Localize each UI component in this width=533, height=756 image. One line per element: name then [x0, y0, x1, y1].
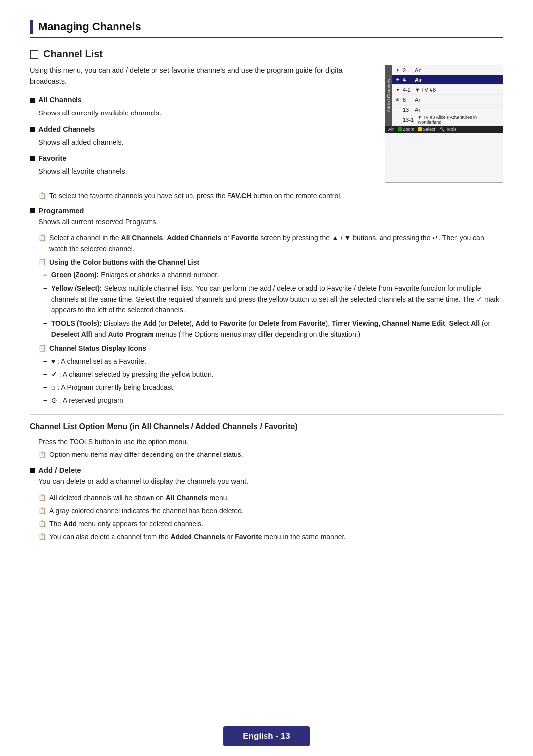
- bullet-square-programmed: [30, 208, 35, 213]
- add-delete-note-1: 📋 All deleted channels will be shown on …: [38, 492, 503, 503]
- bullet-square-add-delete: [30, 468, 35, 473]
- tv-sidebar-label: Added Channels: [385, 65, 392, 126]
- subsection-programmed-title: Programmed: [30, 206, 503, 215]
- note-select-channel: 📋 Select a channel in the All Channels, …: [38, 232, 503, 255]
- tv-screenshot: Added Channels ✦ 2 Air ✦ 4 Air ♥ 4-2: [385, 65, 503, 183]
- subsection-added-channels-title: Added Channels: [30, 124, 375, 135]
- note-status-icons: 📋 Channel Status Display Icons: [38, 343, 503, 354]
- add-delete-note-3-text: The Add menu only appears for deleted ch…: [49, 518, 503, 529]
- color-buttons-list: – Green (Zoom): Enlarges or shrinks a ch…: [43, 269, 503, 340]
- tv-row-4: 13 Air: [392, 105, 503, 114]
- add-delete-note-4-text: You can also delete a channel from the A…: [49, 531, 503, 542]
- subsection-add-delete: Add / Delete You can delete or add a cha…: [30, 466, 503, 487]
- status-icon-heart: – ♥ : A channel set as a Favorite.: [43, 356, 503, 367]
- page-footer: English - 13: [0, 726, 533, 746]
- status-icon-check: – ✓ : A channel selected by pressing the…: [43, 369, 503, 379]
- favorite-note: 📋 To select the favorite channels you ha…: [38, 190, 503, 201]
- intro-area: Using this menu, you can add / delete or…: [30, 65, 503, 183]
- tv-row-0: ✦ 2 Air: [392, 65, 503, 75]
- intro-paragraph: Using this menu, you can add / delete or…: [30, 65, 375, 87]
- tv-channel-list: ✦ 2 Air ✦ 4 Air ♥ 4-2 ▼ TV #8: [392, 65, 503, 126]
- status-icon-reserved: – ⊙ : A reserved program: [43, 395, 503, 406]
- footer-badge: English - 13: [223, 726, 309, 746]
- subsection-add-delete-title: Add / Delete: [30, 466, 503, 474]
- channel-list-heading: Channel List: [30, 48, 503, 60]
- subsection-programmed: Programmed Shows all current reserved Pr…: [30, 206, 503, 227]
- bullet-square-favorite: [30, 156, 35, 161]
- subsection-all-channels-body: Shows all currently available channels.: [38, 108, 375, 119]
- subsection-added-channels-body: Shows all added channels.: [38, 137, 375, 148]
- add-delete-note-4: 📋 You can also delete a channel from the…: [38, 531, 503, 542]
- note-icon-ad2: 📋: [38, 506, 46, 516]
- section-divider: [30, 414, 503, 415]
- bullet-square-added: [30, 127, 35, 132]
- bullet-tools: – TOOLS (Tools): Displays the Add (or De…: [43, 318, 503, 340]
- checkbox-icon: [30, 50, 38, 59]
- note-status-icons-text: Channel Status Display Icons: [49, 343, 503, 354]
- note-icon-ad3: 📋: [38, 519, 46, 529]
- add-delete-note-1-text: All deleted channels will be shown on Al…: [49, 492, 503, 503]
- bullet-yellow: – Yellow (Select): Selects multiple chan…: [43, 283, 503, 316]
- add-delete-note-2: 📋 A gray-colored channel indicates the c…: [38, 505, 503, 516]
- note-icon-option: 📋: [38, 450, 46, 460]
- note-icon-ad1: 📋: [38, 493, 46, 503]
- tv-row-2: ♥ 4-2 ▼ TV #8: [392, 85, 503, 95]
- note-color-buttons-text: Using the Color buttons with the Channel…: [49, 257, 503, 267]
- channel-list-title: Channel List: [43, 48, 103, 60]
- tv-row-3: ⊕ 8 Air: [392, 95, 503, 105]
- bullet-square-all-channels: [30, 98, 35, 103]
- note-icon-1: 📋: [38, 233, 46, 243]
- subsection-favorite-title: Favorite: [30, 153, 375, 164]
- note-icon-status: 📋: [38, 343, 46, 354]
- bullet-green: – Green (Zoom): Enlarges or shrinks a ch…: [43, 269, 503, 280]
- subsection-added-channels: Added Channels Shows all added channels.: [30, 124, 375, 148]
- status-icon-broadcast: – ⌂ : A Program currently being broadcas…: [43, 382, 503, 393]
- status-icons-list: – ♥ : A channel set as a Favorite. – ✓ :…: [43, 356, 503, 406]
- option-menu-heading: Channel List Option Menu (in All Channel…: [30, 422, 503, 431]
- option-note-1: Press the TOOLS button to use the option…: [38, 436, 503, 447]
- header-bar-decoration: [30, 20, 33, 34]
- option-note-2-text: Option menu items may differ depending o…: [49, 449, 503, 460]
- option-note-1-text: Press the TOOLS button to use the option…: [38, 436, 503, 447]
- tv-row-5: 13-1 ▼ TV #3 Alice's Adventures in Wonde…: [392, 114, 503, 126]
- add-delete-note-3: 📋 The Add menu only appears for deleted …: [38, 518, 503, 529]
- subsection-favorite: Favorite Shows all favorite channels.: [30, 153, 375, 177]
- tv-footer: Air Zoom Select 🔧 Tools: [385, 126, 503, 133]
- section-header: Managing Channels: [30, 20, 503, 38]
- tv-row-1: ✦ 4 Air: [392, 75, 503, 85]
- subsection-all-channels: All Channels Shows all currently availab…: [30, 94, 375, 118]
- note-color-buttons: 📋 Using the Color buttons with the Chann…: [38, 257, 503, 267]
- subsection-favorite-body: Shows all favorite channels.: [38, 166, 375, 177]
- note-icon-ad4: 📋: [38, 532, 46, 542]
- subsection-add-delete-body: You can delete or add a channel to displ…: [38, 476, 503, 487]
- subsection-programmed-body: Shows all current reserved Programs.: [38, 216, 503, 227]
- note-icon-favorite: 📋: [38, 191, 46, 201]
- add-delete-note-2-text: A gray-colored channel indicates the cha…: [49, 505, 503, 516]
- subsection-all-channels-title: All Channels: [30, 94, 375, 106]
- note-icon-2: 📋: [38, 257, 46, 267]
- option-note-2: 📋 Option menu items may differ depending…: [38, 449, 503, 460]
- favorite-note-text: To select the favorite channels you have…: [49, 190, 503, 201]
- intro-column: Using this menu, you can add / delete or…: [30, 65, 375, 183]
- note-select-channel-text: Select a channel in the All Channels, Ad…: [49, 232, 503, 255]
- section-title: Managing Channels: [38, 20, 141, 33]
